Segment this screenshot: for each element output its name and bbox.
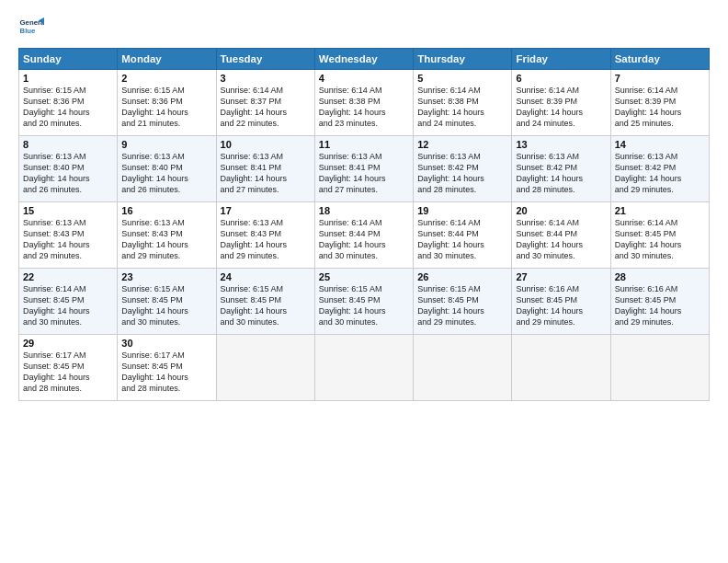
calendar-cell: 21Sunrise: 6:14 AMSunset: 8:45 PMDayligh… bbox=[610, 202, 709, 269]
calendar-cell: 18Sunrise: 6:14 AMSunset: 8:44 PMDayligh… bbox=[314, 202, 413, 269]
calendar-cell: 5Sunrise: 6:14 AMSunset: 8:38 PMDaylight… bbox=[414, 70, 512, 136]
calendar-week-3: 15Sunrise: 6:13 AMSunset: 8:43 PMDayligh… bbox=[19, 202, 710, 269]
calendar-cell: 8Sunrise: 6:13 AMSunset: 8:40 PMDaylight… bbox=[19, 136, 118, 202]
calendar-cell bbox=[414, 335, 512, 401]
day-number: 7 bbox=[615, 73, 705, 84]
day-number: 28 bbox=[615, 271, 705, 282]
day-info: Sunrise: 6:14 AMSunset: 8:37 PMDaylight:… bbox=[221, 85, 311, 130]
day-number: 9 bbox=[121, 139, 211, 150]
day-info: Sunrise: 6:14 AMSunset: 8:45 PMDaylight:… bbox=[23, 283, 113, 328]
day-info: Sunrise: 6:14 AMSunset: 8:38 PMDaylight:… bbox=[319, 85, 409, 130]
calendar-week-4: 22Sunrise: 6:14 AMSunset: 8:45 PMDayligh… bbox=[19, 269, 710, 335]
day-info: Sunrise: 6:15 AMSunset: 8:45 PMDaylight:… bbox=[121, 283, 211, 328]
day-info: Sunrise: 6:13 AMSunset: 8:40 PMDaylight:… bbox=[23, 151, 113, 196]
calendar-cell: 22Sunrise: 6:14 AMSunset: 8:45 PMDayligh… bbox=[19, 269, 118, 335]
calendar-cell: 1Sunrise: 6:15 AMSunset: 8:36 PMDaylight… bbox=[19, 70, 118, 136]
day-number: 24 bbox=[221, 271, 311, 282]
day-info: Sunrise: 6:13 AMSunset: 8:42 PMDaylight:… bbox=[615, 151, 705, 196]
day-number: 11 bbox=[319, 139, 409, 150]
day-number: 22 bbox=[23, 271, 113, 282]
calendar-cell: 10Sunrise: 6:13 AMSunset: 8:41 PMDayligh… bbox=[216, 136, 314, 202]
calendar-cell: 6Sunrise: 6:14 AMSunset: 8:39 PMDaylight… bbox=[512, 70, 610, 136]
day-info: Sunrise: 6:16 AMSunset: 8:45 PMDaylight:… bbox=[516, 283, 606, 328]
calendar-week-2: 8Sunrise: 6:13 AMSunset: 8:40 PMDaylight… bbox=[19, 136, 710, 202]
calendar-cell: 15Sunrise: 6:13 AMSunset: 8:43 PMDayligh… bbox=[19, 202, 118, 269]
calendar-cell: 28Sunrise: 6:16 AMSunset: 8:45 PMDayligh… bbox=[610, 269, 709, 335]
day-info: Sunrise: 6:17 AMSunset: 8:45 PMDaylight:… bbox=[23, 350, 113, 395]
calendar-cell: 7Sunrise: 6:14 AMSunset: 8:39 PMDaylight… bbox=[610, 70, 709, 136]
day-info: Sunrise: 6:14 AMSunset: 8:44 PMDaylight:… bbox=[516, 217, 606, 262]
day-number: 6 bbox=[516, 73, 606, 84]
day-info: Sunrise: 6:13 AMSunset: 8:42 PMDaylight:… bbox=[417, 151, 507, 196]
calendar-cell: 19Sunrise: 6:14 AMSunset: 8:44 PMDayligh… bbox=[414, 202, 512, 269]
page: General Blue SundayMondayTuesdayWednesda… bbox=[0, 0, 728, 563]
calendar-cell: 13Sunrise: 6:13 AMSunset: 8:42 PMDayligh… bbox=[512, 136, 610, 202]
logo-icon: General Blue bbox=[18, 15, 44, 40]
day-info: Sunrise: 6:13 AMSunset: 8:43 PMDaylight:… bbox=[121, 217, 211, 262]
calendar-cell: 23Sunrise: 6:15 AMSunset: 8:45 PMDayligh… bbox=[118, 269, 216, 335]
day-info: Sunrise: 6:14 AMSunset: 8:44 PMDaylight:… bbox=[417, 217, 507, 262]
calendar-cell: 30Sunrise: 6:17 AMSunset: 8:45 PMDayligh… bbox=[118, 335, 216, 401]
day-info: Sunrise: 6:13 AMSunset: 8:43 PMDaylight:… bbox=[23, 217, 113, 262]
day-number: 26 bbox=[417, 271, 507, 282]
calendar-cell: 25Sunrise: 6:15 AMSunset: 8:45 PMDayligh… bbox=[314, 269, 413, 335]
calendar-cell: 2Sunrise: 6:15 AMSunset: 8:36 PMDaylight… bbox=[118, 70, 216, 136]
calendar-cell: 27Sunrise: 6:16 AMSunset: 8:45 PMDayligh… bbox=[512, 269, 610, 335]
day-info: Sunrise: 6:14 AMSunset: 8:39 PMDaylight:… bbox=[516, 85, 606, 130]
day-number: 3 bbox=[221, 73, 311, 84]
calendar-header-row: SundayMondayTuesdayWednesdayThursdayFrid… bbox=[19, 49, 710, 70]
day-number: 15 bbox=[23, 205, 113, 216]
day-info: Sunrise: 6:13 AMSunset: 8:43 PMDaylight:… bbox=[221, 217, 311, 262]
calendar-header-saturday: Saturday bbox=[610, 49, 709, 70]
day-info: Sunrise: 6:15 AMSunset: 8:45 PMDaylight:… bbox=[319, 283, 409, 328]
day-number: 29 bbox=[23, 338, 113, 349]
day-number: 25 bbox=[319, 271, 409, 282]
day-number: 17 bbox=[221, 205, 311, 216]
day-number: 19 bbox=[417, 205, 507, 216]
day-number: 20 bbox=[516, 205, 606, 216]
day-number: 30 bbox=[121, 338, 211, 349]
calendar-header-wednesday: Wednesday bbox=[314, 49, 413, 70]
calendar-cell: 20Sunrise: 6:14 AMSunset: 8:44 PMDayligh… bbox=[512, 202, 610, 269]
day-number: 10 bbox=[221, 139, 311, 150]
day-info: Sunrise: 6:13 AMSunset: 8:40 PMDaylight:… bbox=[121, 151, 211, 196]
calendar-header-tuesday: Tuesday bbox=[216, 49, 314, 70]
calendar-cell: 11Sunrise: 6:13 AMSunset: 8:41 PMDayligh… bbox=[314, 136, 413, 202]
calendar-cell: 24Sunrise: 6:15 AMSunset: 8:45 PMDayligh… bbox=[216, 269, 314, 335]
day-info: Sunrise: 6:13 AMSunset: 8:41 PMDaylight:… bbox=[221, 151, 311, 196]
calendar-cell: 26Sunrise: 6:15 AMSunset: 8:45 PMDayligh… bbox=[414, 269, 512, 335]
calendar-cell: 16Sunrise: 6:13 AMSunset: 8:43 PMDayligh… bbox=[118, 202, 216, 269]
svg-text:Blue: Blue bbox=[20, 27, 37, 35]
calendar-cell bbox=[314, 335, 413, 401]
calendar-week-5: 29Sunrise: 6:17 AMSunset: 8:45 PMDayligh… bbox=[19, 335, 710, 401]
calendar-cell: 4Sunrise: 6:14 AMSunset: 8:38 PMDaylight… bbox=[314, 70, 413, 136]
day-number: 16 bbox=[121, 205, 211, 216]
day-info: Sunrise: 6:15 AMSunset: 8:36 PMDaylight:… bbox=[121, 85, 211, 130]
calendar-cell bbox=[512, 335, 610, 401]
day-number: 13 bbox=[516, 139, 606, 150]
day-info: Sunrise: 6:16 AMSunset: 8:45 PMDaylight:… bbox=[615, 283, 705, 328]
day-number: 23 bbox=[121, 271, 211, 282]
day-info: Sunrise: 6:14 AMSunset: 8:44 PMDaylight:… bbox=[319, 217, 409, 262]
calendar-cell bbox=[216, 335, 314, 401]
calendar-header-thursday: Thursday bbox=[414, 49, 512, 70]
calendar-header-friday: Friday bbox=[512, 49, 610, 70]
day-info: Sunrise: 6:14 AMSunset: 8:45 PMDaylight:… bbox=[615, 217, 705, 262]
day-number: 21 bbox=[615, 205, 705, 216]
calendar-table: SundayMondayTuesdayWednesdayThursdayFrid… bbox=[18, 48, 710, 401]
day-number: 18 bbox=[319, 205, 409, 216]
calendar-cell: 3Sunrise: 6:14 AMSunset: 8:37 PMDaylight… bbox=[216, 70, 314, 136]
day-number: 14 bbox=[615, 139, 705, 150]
day-info: Sunrise: 6:13 AMSunset: 8:41 PMDaylight:… bbox=[319, 151, 409, 196]
day-info: Sunrise: 6:15 AMSunset: 8:36 PMDaylight:… bbox=[23, 85, 113, 130]
logo: General Blue bbox=[18, 15, 48, 40]
day-info: Sunrise: 6:15 AMSunset: 8:45 PMDaylight:… bbox=[221, 283, 311, 328]
day-number: 2 bbox=[121, 73, 211, 84]
day-info: Sunrise: 6:15 AMSunset: 8:45 PMDaylight:… bbox=[417, 283, 507, 328]
calendar-header-sunday: Sunday bbox=[19, 49, 118, 70]
day-info: Sunrise: 6:14 AMSunset: 8:39 PMDaylight:… bbox=[615, 85, 705, 130]
day-number: 27 bbox=[516, 271, 606, 282]
day-number: 5 bbox=[417, 73, 507, 84]
calendar-cell: 29Sunrise: 6:17 AMSunset: 8:45 PMDayligh… bbox=[19, 335, 118, 401]
calendar-header-monday: Monday bbox=[118, 49, 216, 70]
